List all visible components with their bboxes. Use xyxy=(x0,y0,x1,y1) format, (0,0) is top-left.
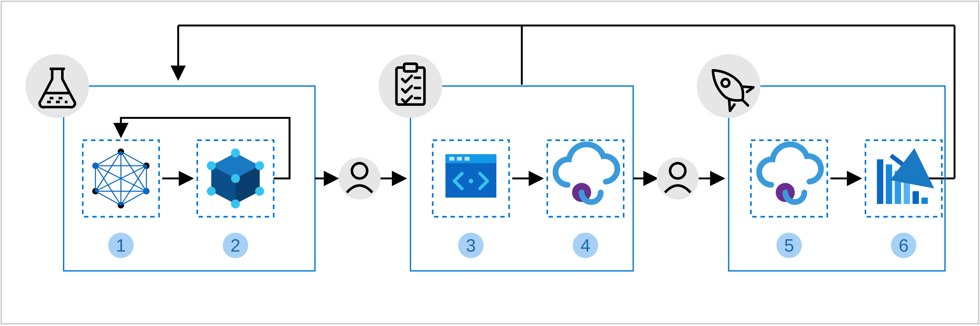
svg-rect-70 xyxy=(877,159,883,204)
model-package-icon xyxy=(207,149,264,208)
monitoring-chart-icon xyxy=(877,155,928,204)
svg-line-23 xyxy=(95,152,121,166)
svg-point-41 xyxy=(231,200,240,208)
svg-line-31 xyxy=(95,191,121,205)
svg-rect-57 xyxy=(457,157,462,160)
step-5: 5 xyxy=(751,140,827,258)
svg-point-43 xyxy=(207,161,216,170)
svg-rect-74 xyxy=(913,191,919,204)
feedback-bus xyxy=(178,26,955,179)
step-3-number: 3 xyxy=(466,235,476,256)
step-1: 1 xyxy=(83,140,159,258)
svg-point-38 xyxy=(231,149,240,157)
step-2: 2 xyxy=(197,140,274,258)
svg-line-28 xyxy=(121,191,146,205)
svg-point-40 xyxy=(255,187,264,195)
svg-rect-58 xyxy=(465,157,469,160)
step-4: 4 xyxy=(547,140,624,258)
step-5-number: 5 xyxy=(784,235,794,256)
step-3: 3 xyxy=(433,140,509,258)
svg-rect-56 xyxy=(449,157,454,160)
neural-network-icon xyxy=(92,149,150,208)
svg-rect-75 xyxy=(921,198,928,204)
svg-point-42 xyxy=(207,187,216,195)
svg-point-44 xyxy=(231,174,240,183)
approval-gate-2 xyxy=(657,158,699,200)
stage-experiment: 1 2 xyxy=(25,54,315,271)
svg-point-39 xyxy=(255,161,264,170)
svg-rect-72 xyxy=(894,171,901,204)
svg-point-59 xyxy=(469,179,473,183)
step-6: 6 xyxy=(865,140,942,258)
cloud-deploy-icon xyxy=(555,144,617,202)
step-4-number: 4 xyxy=(581,235,590,256)
svg-line-19 xyxy=(121,152,146,166)
cloud-deploy-icon xyxy=(759,144,821,202)
step-6-number: 6 xyxy=(899,235,909,256)
step-2-number: 2 xyxy=(231,235,240,256)
code-window-icon xyxy=(445,154,496,198)
mlops-architecture-diagram: 1 2 xyxy=(0,0,980,325)
svg-rect-71 xyxy=(886,164,892,204)
stage-launch: 5 6 xyxy=(697,54,945,271)
stage-validate: 3 4 xyxy=(379,54,633,271)
approval-gate-1 xyxy=(339,158,380,200)
svg-rect-73 xyxy=(904,179,910,204)
svg-rect-49 xyxy=(404,64,417,72)
step-1-number: 1 xyxy=(116,235,126,256)
